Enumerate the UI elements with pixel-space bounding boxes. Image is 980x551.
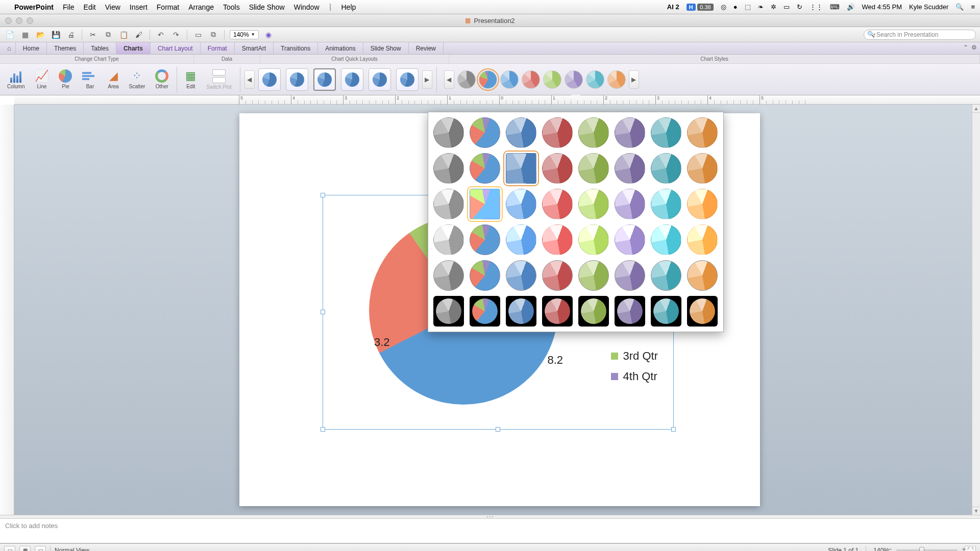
- chart-style-option[interactable]: [687, 224, 718, 255]
- chart-style-option[interactable]: [578, 296, 609, 327]
- tab-chart-layout[interactable]: Chart Layout: [151, 42, 201, 54]
- tab-transitions[interactable]: Transitions: [274, 42, 318, 54]
- chart-style-option[interactable]: [687, 117, 718, 148]
- ribbon-home-icon[interactable]: ⌂: [3, 42, 16, 54]
- minimize-window-button[interactable]: [16, 17, 22, 24]
- zoom-window-button[interactable]: [27, 17, 33, 24]
- menulet-keyboard-icon[interactable]: ⌨: [830, 3, 840, 11]
- chart-style-option[interactable]: [506, 224, 536, 255]
- rotate-handle[interactable]: ⋯: [495, 429, 500, 434]
- chart-style-option[interactable]: [615, 117, 645, 148]
- chart-style-option[interactable]: [470, 117, 500, 148]
- notes-pane[interactable]: Click to add notes: [0, 519, 980, 543]
- notes-splitter[interactable]: • • •: [0, 515, 980, 519]
- close-window-button[interactable]: [5, 17, 12, 24]
- resize-handle[interactable]: [671, 427, 676, 432]
- chart-style-option[interactable]: [433, 260, 464, 291]
- view-normal-button[interactable]: ▭: [4, 546, 15, 552]
- chart-style-option[interactable]: [542, 296, 573, 327]
- chart-style-strip-3[interactable]: [500, 70, 519, 89]
- chart-style-option[interactable]: [506, 260, 536, 291]
- chart-style-strip-6[interactable]: [565, 70, 583, 89]
- chart-type-pie[interactable]: Pie: [55, 68, 76, 90]
- view-slideshow-button[interactable]: ▭: [35, 546, 46, 552]
- menu-format[interactable]: Format: [157, 3, 179, 11]
- resize-handle[interactable]: [321, 310, 325, 314]
- spotlight-icon[interactable]: 🔍: [955, 3, 964, 11]
- chart-style-strip-8[interactable]: [607, 70, 626, 89]
- vertical-scrollbar[interactable]: ▲ ▼: [972, 105, 980, 515]
- qat-copy-icon[interactable]: ⧉: [103, 29, 114, 40]
- chart-style-option[interactable]: [506, 153, 536, 184]
- menulet-app1-icon[interactable]: ●: [733, 3, 738, 11]
- chart-style-option[interactable]: [433, 153, 464, 184]
- tab-review[interactable]: Review: [409, 42, 444, 54]
- tab-charts[interactable]: Charts: [116, 42, 151, 54]
- chart-style-option[interactable]: [433, 296, 464, 327]
- search-input[interactable]: 🔍▾ Search in Presentation: [864, 30, 976, 40]
- scroll-down-icon[interactable]: ▼: [972, 507, 980, 515]
- qat-undo-icon[interactable]: ↶: [155, 29, 166, 40]
- chart-style-option[interactable]: [651, 296, 681, 327]
- tab-animations[interactable]: Animations: [318, 42, 363, 54]
- chart-style-option[interactable]: [651, 117, 681, 148]
- chart-style-option[interactable]: [542, 153, 573, 184]
- chart-style-option[interactable]: [578, 117, 609, 148]
- chart-style-option[interactable]: [578, 153, 609, 184]
- chart-style-option[interactable]: [542, 260, 573, 291]
- chart-type-other[interactable]: Other: [151, 68, 173, 90]
- quick-layouts-next[interactable]: ▶: [422, 70, 432, 89]
- chart-style-option[interactable]: [615, 224, 645, 255]
- chart-style-option[interactable]: [542, 224, 573, 255]
- chart-style-strip-7[interactable]: [586, 70, 604, 89]
- resize-handle[interactable]: [321, 427, 325, 432]
- status-zoom-pct[interactable]: 140%: [873, 547, 889, 552]
- data-edit-button[interactable]: ▦Edit: [181, 68, 200, 90]
- menulet-clock[interactable]: Wed 4:55 PM: [862, 3, 902, 11]
- scroll-up-icon[interactable]: ▲: [972, 105, 980, 113]
- qat-help-icon[interactable]: ◉: [263, 29, 274, 40]
- quick-layout-3[interactable]: [313, 68, 336, 91]
- tab-smartart[interactable]: SmartArt: [235, 42, 274, 54]
- tab-themes[interactable]: Themes: [47, 42, 84, 54]
- menulet-sync-icon[interactable]: ✲: [771, 3, 776, 11]
- chart-style-option[interactable]: [433, 224, 464, 255]
- chart-style-option[interactable]: [470, 296, 500, 327]
- menu-arrange[interactable]: Arrange: [188, 3, 214, 11]
- menulet-volume-icon[interactable]: 🔊: [847, 3, 855, 11]
- qat-slides-icon[interactable]: ⧉: [208, 29, 219, 40]
- menulet-display-icon[interactable]: ▭: [783, 3, 790, 11]
- chart-style-strip-1[interactable]: [457, 70, 476, 89]
- zoom-in-icon[interactable]: +: [962, 545, 966, 552]
- chart-style-option[interactable]: [506, 117, 536, 148]
- ribbon-options-icon[interactable]: ⚙: [971, 44, 977, 51]
- chart-style-option[interactable]: [651, 260, 681, 291]
- menu-insert[interactable]: Insert: [130, 3, 148, 11]
- zoom-slider-thumb[interactable]: [919, 547, 924, 552]
- chart-style-option[interactable]: [615, 153, 645, 184]
- menu-help[interactable]: Help: [341, 3, 356, 11]
- menulet-notification-icon[interactable]: ◎: [721, 3, 726, 11]
- tab-home[interactable]: Home: [16, 42, 47, 54]
- notification-center-icon[interactable]: ≡: [971, 3, 975, 11]
- menu-edit[interactable]: Edit: [84, 3, 96, 11]
- qat-show-icon[interactable]: ▭: [192, 29, 204, 40]
- view-sorter-button[interactable]: ▦: [19, 546, 31, 552]
- resize-handle[interactable]: [321, 193, 325, 197]
- menu-file[interactable]: File: [63, 3, 75, 11]
- chart-style-option[interactable]: [433, 117, 464, 148]
- menu-window[interactable]: Window: [294, 3, 320, 11]
- qat-format-painter-icon[interactable]: 🖌: [133, 29, 144, 40]
- chart-style-option[interactable]: [506, 296, 536, 327]
- menu-tools[interactable]: Tools: [223, 3, 240, 11]
- menulet-user[interactable]: Kyle Scudder: [909, 3, 948, 11]
- chart-style-option[interactable]: [470, 189, 500, 219]
- qat-template-icon[interactable]: ▦: [19, 29, 31, 40]
- chart-style-option[interactable]: [470, 224, 500, 255]
- chart-style-option[interactable]: [542, 117, 573, 148]
- chart-style-option[interactable]: [615, 296, 645, 327]
- zoom-slider[interactable]: − +: [896, 549, 958, 552]
- qat-save-icon[interactable]: 💾: [50, 29, 61, 40]
- chart-style-option[interactable]: [615, 189, 645, 219]
- chart-style-option[interactable]: [687, 296, 718, 327]
